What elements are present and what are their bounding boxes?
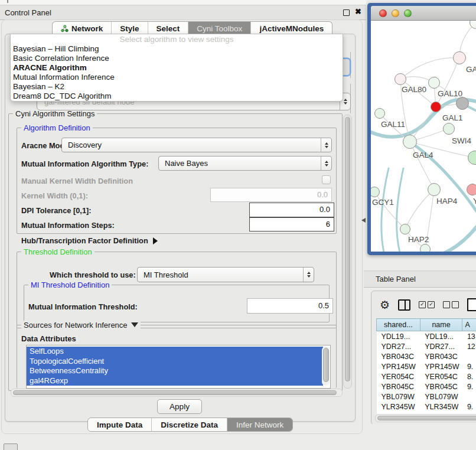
dropdown-item-dream8-dc-tdc-algorithm[interactable]: Dream8 DC_TDC Algorithm [11,92,343,101]
aracne-mode-combo[interactable]: Discovery [61,138,332,152]
network-node[interactable] [420,244,431,252]
collapsed-arrow-icon[interactable] [153,237,158,244]
list-vertical-scrollbar[interactable] [322,347,330,386]
scrollbar-thumb[interactable] [323,348,329,382]
network-window-titlebar[interactable] [371,6,476,21]
close-icon[interactable]: ✖ [355,7,361,16]
which-threshold-combo[interactable]: MI Threshold [137,267,314,282]
settings-vertical-scrollbar[interactable] [343,115,352,389]
attribute-item-topologicalcoefficient[interactable]: TopologicalCoefficient [27,357,323,367]
network-node[interactable] [467,184,476,195]
table-cell[interactable]: YDR27... [377,341,420,351]
zoom-light[interactable] [404,9,412,17]
table-cell[interactable]: 9. [462,361,476,371]
table-cell[interactable]: 8. [462,371,476,381]
table-cell[interactable]: YLR345W [420,402,462,412]
column-header-a[interactable]: A [462,319,476,331]
tab-jactivemnodules[interactable]: jActiveMNodules [251,22,332,35]
network-node[interactable] [431,102,441,112]
table-cell[interactable]: YER054C [420,371,462,381]
scrollbar-thumb[interactable] [345,117,350,381]
network-node[interactable] [403,135,417,149]
dropdown-item-bayesian-hill-climbing[interactable]: Bayesian – Hill Climbing [11,44,343,54]
table-horizontal-scrollbar[interactable] [375,414,476,422]
mi-threshold-field[interactable]: 0.5 [247,298,333,314]
table-cell[interactable]: YDR27... [420,341,462,351]
dpi-tolerance-field[interactable]: 0.0 [249,203,334,217]
manual-kernel-checkbox[interactable] [322,175,331,184]
table-cell[interactable]: YLR345W [377,402,420,412]
table-cell[interactable]: 9. [462,402,476,412]
network-node[interactable] [400,224,410,234]
combo-stepper[interactable] [321,156,331,170]
tab-network[interactable]: Network [53,22,112,35]
table-row[interactable]: YER054CYER054C8. [377,371,476,381]
column-header-shared[interactable]: shared... [377,319,420,331]
network-node[interactable] [456,97,469,110]
network-canvas[interactable]: GAL80GAL10GALGAL1GAL11SWI4GAL4GCY1HAP4YH… [371,21,476,252]
mi-steps-field[interactable]: 6 [249,217,334,231]
table-cell[interactable]: YDL19... [377,331,420,342]
table-cell[interactable]: 12 [462,341,476,351]
apply-button[interactable]: Apply [157,399,202,414]
dropdown-item-bayesian-k2[interactable]: Bayesian – K2 [11,82,343,92]
table-cell[interactable]: YDL19... [420,331,462,342]
minimize-light[interactable] [392,9,399,17]
table-cell[interactable]: YBL079W [377,392,420,402]
table-cell[interactable]: YBR045C [420,381,462,392]
combo-stepper[interactable] [321,138,331,152]
kernel-width-field[interactable]: 0.0 [210,188,332,202]
network-node[interactable] [428,77,440,89]
scrollbar-thumb[interactable] [377,416,476,420]
columns-icon[interactable] [398,299,410,311]
table-cell[interactable] [462,392,476,402]
data-attributes-list[interactable]: SelfLoopsTopologicalCoefficientBetweenne… [26,345,331,389]
tab-style[interactable]: Style [112,22,148,35]
settings-horizontal-scrollbar[interactable] [11,389,343,397]
dropdown-item-aracne-algorithm[interactable]: ARACNE Algorithm [11,63,343,73]
table-row[interactable]: YDL19...YDL19...13 [377,331,476,342]
network-node[interactable] [453,51,466,64]
table-cell[interactable]: YBR043C [377,351,420,361]
gear-icon[interactable]: ⚙ [380,299,390,311]
table-cell[interactable]: YER054C [377,371,420,381]
dropdown-item-basic-correlation-inference[interactable]: Basic Correlation Inference [11,54,343,63]
attribute-item-selfloops[interactable]: SelfLoops [27,347,323,357]
table-row[interactable]: YBR043CYBR043C [377,351,476,361]
table-cell[interactable]: 9. [462,381,476,392]
table-cell[interactable]: YPR145W [377,361,420,371]
tab-cyni-toolbox[interactable]: Cyni Toolbox [188,22,251,35]
table-cell[interactable]: 13 [462,331,476,342]
combo-stepper[interactable] [303,268,314,282]
column-header-name[interactable]: name [420,319,462,331]
attribute-item-gal4rgexp[interactable]: gal4RGexp [27,376,323,386]
minimized-panel-icon[interactable] [4,444,18,450]
scrollbar-thumb[interactable] [13,390,337,395]
table-row[interactable]: YDR27...YDR27...12 [377,341,476,351]
hub-definition-toggle[interactable]: Hub/Transcription Factor Definition [21,236,158,245]
tab-infer-network[interactable]: Infer Network [227,418,292,431]
expanded-arrow-icon[interactable] [131,322,138,327]
network-node[interactable] [374,108,385,119]
table-row[interactable]: YBL079WYBL079W [377,392,476,402]
tab-impute-data[interactable]: Impute Data [88,418,152,431]
close-light[interactable] [379,9,387,17]
table-cell[interactable] [462,351,476,361]
table-row[interactable]: YPR145WYPR145W9. [377,361,476,371]
table-cell[interactable]: YBR045C [377,381,420,392]
dropdown-item-mutual-information-inference[interactable]: Mutual Information Inference [11,73,343,82]
table-row[interactable]: YBR045CYBR045C9. [377,381,476,392]
network-node[interactable] [428,183,441,196]
select-all-icon[interactable]: ✓✓ [419,301,435,308]
attribute-item-betweennesscentrality[interactable]: BetweennessCentrality [27,366,323,376]
tab-select[interactable]: Select [148,22,189,35]
table-row[interactable]: YLR345WYLR345W9. [377,402,476,412]
network-node[interactable] [443,123,455,135]
mi-type-combo[interactable]: Naive Bayes [158,156,332,171]
table-cell[interactable]: YBL079W [420,392,462,402]
deselect-all-icon[interactable] [443,301,459,308]
network-node[interactable] [395,73,406,85]
table-cell[interactable]: YPR145W [420,361,462,371]
tab-discretize-data[interactable]: Discretize Data [152,418,227,431]
float-window-icon[interactable] [343,9,350,16]
